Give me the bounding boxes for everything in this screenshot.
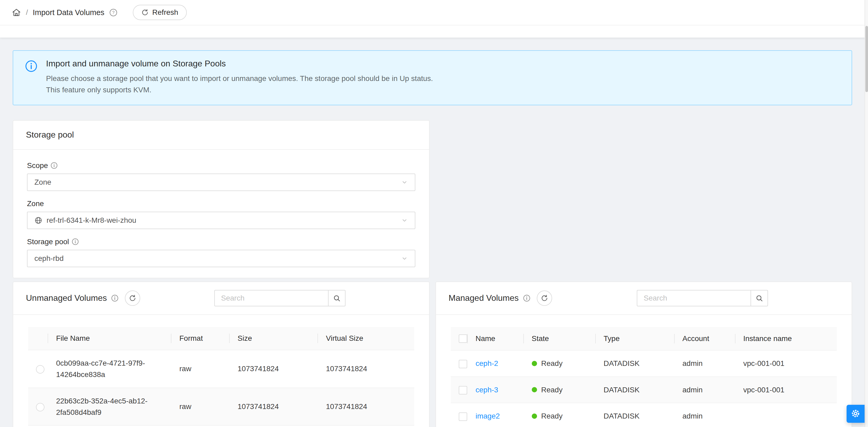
content: Import and unmanage volume on Storage Po… [0, 37, 868, 427]
breadcrumb-separator: / [26, 8, 28, 17]
account-cell: admin [675, 377, 736, 403]
managed-search-button[interactable] [750, 290, 768, 306]
storage-pool-info-icon[interactable] [72, 238, 79, 245]
size-cell: 1073741824 [229, 388, 318, 426]
column-header[interactable]: Type [596, 327, 675, 350]
scrollbar-thumb[interactable] [865, 26, 868, 92]
gear-icon [850, 408, 861, 419]
select-volume-radio[interactable] [36, 365, 44, 373]
format-cell: raw [172, 388, 229, 426]
storage-pool-card-title: Storage pool [13, 121, 429, 150]
zone-label: Zone [27, 200, 44, 208]
scrollbar[interactable] [865, 0, 868, 427]
select-row-checkbox[interactable] [459, 360, 467, 368]
info-icon [25, 60, 37, 72]
instance-name-cell: vpc-001-001 [736, 377, 837, 403]
column-header[interactable]: File Name [48, 327, 172, 350]
selection-column-header [451, 327, 468, 350]
column-header[interactable]: Instance name [736, 327, 837, 350]
column-header[interactable]: Name [468, 327, 524, 350]
table-row[interactable]: image2 Ready DATADISK admin [451, 403, 837, 427]
header: / Import Data Volumes ? Refresh [0, 0, 868, 25]
scope-field: Scope Zone [27, 161, 415, 191]
column-header[interactable]: Account [675, 327, 736, 350]
chevron-down-icon [401, 179, 408, 186]
select-volume-radio[interactable] [36, 403, 44, 411]
alert-line-1: Please choose a storage pool that you wa… [46, 73, 841, 84]
alert-line-2: This feature only supports KVM. [46, 84, 841, 95]
file-name-cell: 22b63c2b-352a-4ec5-ab12-2fa508d4baf9 [48, 388, 172, 426]
svg-text:?: ? [112, 10, 115, 15]
refresh-label: Refresh [152, 8, 178, 17]
storage-pool-select[interactable]: ceph-rbd [27, 250, 415, 267]
unmanaged-volumes-panel: Unmanaged Volumes [13, 281, 430, 427]
breadcrumb-current: Import Data Volumes [33, 8, 104, 17]
instance-name-cell: vpc-001-001 [736, 350, 837, 376]
reload-icon [141, 9, 149, 16]
scope-select-value: Zone [34, 178, 51, 186]
zone-field: Zone ref-trl-6341-k-Mr8-wei-zhou [27, 200, 415, 229]
state-label: Ready [541, 358, 563, 369]
table-header-row: File Name Format Size Virtual Size [28, 327, 414, 350]
scope-label: Scope [27, 161, 48, 170]
managed-volumes-panel: Managed Volumes [435, 281, 852, 427]
table-row[interactable]: ceph-2 Ready DATADISK admin vpc-001-001 [451, 350, 837, 376]
status-dot [532, 387, 537, 392]
table-row[interactable]: ceph-3 Ready DATADISK admin vpc-001-001 [451, 377, 837, 403]
managed-volumes-title: Managed Volumes [449, 293, 519, 303]
help-icon[interactable]: ? [109, 8, 118, 17]
select-row-checkbox[interactable] [459, 386, 467, 394]
home-icon[interactable] [12, 8, 21, 17]
column-header[interactable]: Size [229, 327, 318, 350]
type-cell: DATADISK [596, 403, 675, 427]
scope-select[interactable]: Zone [27, 174, 415, 191]
table-row[interactable]: 0cb099aa-cc7e-4721-97f9-14264bce838a raw… [28, 350, 414, 388]
page: / Import Data Volumes ? Refresh Import a… [0, 0, 868, 427]
managed-search [637, 290, 768, 306]
unmanaged-info-icon[interactable] [111, 295, 119, 302]
type-cell: DATADISK [596, 377, 675, 403]
select-row-checkbox[interactable] [459, 413, 467, 421]
selection-column-header [28, 327, 48, 350]
unmanaged-volumes-title: Unmanaged Volumes [26, 293, 107, 303]
column-header[interactable]: Format [172, 327, 229, 350]
zone-select-value: ref-trl-6341-k-Mr8-wei-zhou [46, 216, 136, 224]
info-alert: Import and unmanage volume on Storage Po… [13, 50, 852, 105]
column-header[interactable]: Virtual Size [318, 327, 414, 350]
instance-name-cell [736, 403, 837, 427]
unmanaged-refresh-button[interactable] [125, 291, 140, 306]
managed-search-input[interactable] [637, 290, 750, 306]
type-cell: DATADISK [596, 350, 675, 376]
unmanaged-search-button[interactable] [328, 290, 345, 306]
main-grid: Storage pool Scope Zone [13, 120, 852, 427]
settings-button[interactable] [846, 405, 865, 423]
managed-info-icon[interactable] [523, 295, 530, 302]
managed-volumes-table: Name State Type Account Instance name ce… [451, 327, 837, 427]
virtual-size-cell: 1073741824 [318, 388, 414, 426]
volume-link[interactable]: ceph-3 [476, 386, 498, 394]
size-cell: 1073741824 [229, 350, 318, 388]
volume-link[interactable]: ceph-2 [476, 359, 498, 367]
managed-refresh-button[interactable] [537, 291, 552, 306]
file-name-cell: 0cb099aa-cc7e-4721-97f9-14264bce838a [48, 350, 172, 388]
scope-info-icon[interactable] [51, 162, 58, 169]
status-dot [532, 361, 537, 366]
account-cell: admin [675, 403, 736, 427]
alert-title: Import and unmanage volume on Storage Po… [46, 59, 841, 68]
table-row[interactable]: 22b63c2b-352a-4ec5-ab12-2fa508d4baf9 raw… [28, 388, 414, 426]
page-header-strip [0, 25, 868, 37]
column-header[interactable]: State [524, 327, 596, 350]
storage-pool-select-value: ceph-rbd [34, 254, 64, 263]
status-dot [532, 414, 537, 419]
storage-pool-card: Storage pool Scope Zone [13, 120, 430, 278]
volume-link[interactable]: image2 [476, 412, 500, 420]
zone-select[interactable]: ref-trl-6341-k-Mr8-wei-zhou [27, 212, 415, 229]
storage-pool-label: Storage pool [27, 238, 69, 246]
unmanaged-search [214, 290, 345, 306]
virtual-size-cell: 1073741824 [318, 350, 414, 388]
unmanaged-search-input[interactable] [214, 290, 328, 306]
table-header-row: Name State Type Account Instance name [451, 327, 837, 350]
refresh-button[interactable]: Refresh [133, 5, 187, 20]
chevron-down-icon [401, 255, 408, 262]
select-all-checkbox[interactable] [459, 334, 467, 343]
